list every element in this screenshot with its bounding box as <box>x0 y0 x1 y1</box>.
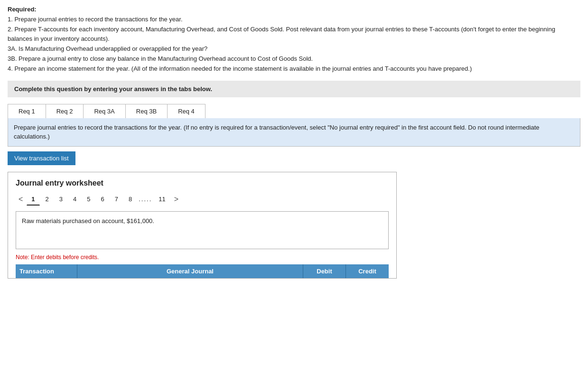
page-2[interactable]: 2 <box>41 193 54 205</box>
page-6[interactable]: 6 <box>96 193 109 205</box>
next-page-arrow[interactable]: > <box>171 194 181 205</box>
required-label: Required: <box>8 6 37 13</box>
view-transaction-button[interactable]: View transaction list <box>8 151 75 165</box>
tab-req2[interactable]: Req 2 <box>46 104 84 118</box>
entry-description-box: Raw materials purchased on account, $161… <box>16 211 389 249</box>
table-header-row: Transaction General Journal Debit Credit <box>16 264 389 278</box>
tab-req3b[interactable]: Req 3B <box>126 104 168 118</box>
tab-req4[interactable]: Req 4 <box>168 104 205 118</box>
req-item-2: 2. Prepare T-accounts for each inventory… <box>8 26 555 43</box>
journal-entry-worksheet: Journal entry worksheet < 1 2 3 4 5 6 7 … <box>8 172 397 279</box>
page-5[interactable]: 5 <box>82 193 95 205</box>
page-8[interactable]: 8 <box>124 193 137 205</box>
page-3[interactable]: 3 <box>55 193 67 205</box>
page-4[interactable]: 4 <box>68 193 81 205</box>
th-transaction: Transaction <box>16 264 77 278</box>
worksheet-title: Journal entry worksheet <box>16 179 389 187</box>
req-item-3b: 3B. Prepare a journal entry to close any… <box>8 55 313 62</box>
page-dots: ..... <box>138 194 153 205</box>
tab-content-area: Prepare journal entries to record the tr… <box>8 118 580 147</box>
page-7[interactable]: 7 <box>110 193 123 205</box>
th-credit: Credit <box>346 264 389 278</box>
note-text: Note: Enter debits before credits. <box>16 254 389 261</box>
prev-page-arrow[interactable]: < <box>16 194 26 205</box>
required-section: Required: 1. Prepare journal entries to … <box>8 5 580 74</box>
pagination-row: < 1 2 3 4 5 6 7 8 ..... 11 > <box>16 193 389 206</box>
complete-box: Complete this question by entering your … <box>8 81 580 97</box>
tab-req3a[interactable]: Req 3A <box>84 104 125 118</box>
page-11[interactable]: 11 <box>154 193 170 205</box>
th-debit: Debit <box>303 264 346 278</box>
req-item-1: 1. Prepare journal entries to record the… <box>8 16 183 23</box>
instruction-plain: Prepare journal entries to record the tr… <box>14 124 184 131</box>
req-item-3a: 3A. Is Manufacturing Overhead underappli… <box>8 45 207 52</box>
th-general-journal: General Journal <box>77 264 303 278</box>
page-1[interactable]: 1 <box>27 193 39 206</box>
req-item-4: 4. Prepare an income statement for the y… <box>8 65 472 72</box>
tab-req1[interactable]: Req 1 <box>8 104 46 118</box>
entry-description-text: Raw materials purchased on account, $161… <box>22 217 154 224</box>
tabs-row: Req 1 Req 2 Req 3A Req 3B Req 4 <box>8 104 205 118</box>
